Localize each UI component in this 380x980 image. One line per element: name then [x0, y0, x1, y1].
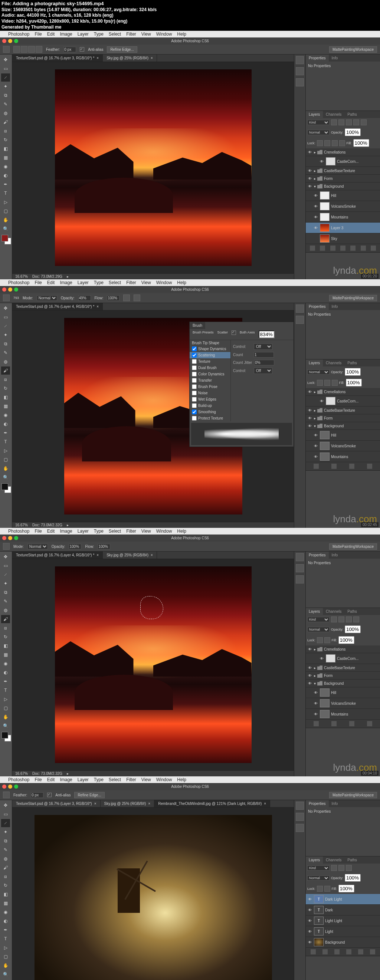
- fx-icon[interactable]: [314, 464, 319, 469]
- kind-select[interactable]: Kind: [307, 865, 329, 870]
- visibility-icon[interactable]: 👁: [307, 646, 313, 652]
- layer-background[interactable]: 👁Background: [306, 937, 380, 948]
- visibility-icon[interactable]: 👁: [313, 711, 318, 717]
- layer-group-form[interactable]: 👁▸Form: [306, 672, 380, 679]
- eyedropper-tool[interactable]: ✎: [1, 100, 10, 108]
- info-tab[interactable]: Info: [329, 54, 341, 62]
- eraser-tool[interactable]: ◧: [1, 145, 10, 153]
- menu-layer[interactable]: Layer: [78, 777, 89, 782]
- blend-mode-select[interactable]: Normal: [37, 295, 57, 301]
- mask-icon[interactable]: [330, 245, 335, 251]
- blur-tool[interactable]: ◉: [1, 908, 10, 916]
- panel-icon[interactable]: [296, 304, 304, 313]
- fill-input[interactable]: [338, 636, 354, 644]
- filter-pixel-icon[interactable]: [331, 119, 337, 126]
- lasso-tool[interactable]: ⟋: [1, 73, 10, 82]
- opacity-input[interactable]: [345, 874, 361, 882]
- lock-icon[interactable]: [317, 886, 323, 892]
- brush-tool[interactable]: 🖌: [1, 366, 10, 375]
- menu-window[interactable]: Window: [156, 777, 172, 782]
- new-layer-icon[interactable]: [361, 245, 366, 251]
- brush-tool[interactable]: 🖌: [1, 615, 10, 623]
- filter-icon[interactable]: [346, 865, 352, 871]
- marquee-tool[interactable]: ▭: [1, 810, 10, 818]
- zoom-window-button[interactable]: [14, 784, 18, 789]
- kind-select[interactable]: Kind: [307, 617, 329, 622]
- move-tool[interactable]: ✥: [1, 304, 10, 312]
- hand-tool[interactable]: ✋: [1, 216, 10, 224]
- wand-tool[interactable]: ✦: [1, 331, 10, 339]
- path-tool[interactable]: ▷: [1, 198, 10, 206]
- visibility-icon[interactable]: 👁: [313, 443, 318, 449]
- layer-group-background[interactable]: 👁▾Background: [306, 679, 380, 687]
- opacity-input[interactable]: [78, 295, 91, 301]
- tab-texturestart[interactable]: TextureStart.psd @ 16.7% (Layer 3, RGB/1…: [12, 54, 103, 62]
- trash-icon[interactable]: [367, 721, 372, 726]
- brush-tool[interactable]: 🖌: [1, 118, 10, 126]
- panel-icon[interactable]: [296, 824, 304, 832]
- gradient-tool[interactable]: ▦: [1, 651, 10, 659]
- brush-panel-icon[interactable]: [296, 78, 304, 86]
- status-menu-arrow[interactable]: ▸: [67, 772, 69, 776]
- menu-image[interactable]: Image: [60, 528, 72, 534]
- close-icon[interactable]: ×: [148, 802, 150, 806]
- gradient-tool[interactable]: ▦: [1, 899, 10, 907]
- info-tab[interactable]: Info: [329, 303, 341, 310]
- menu-file[interactable]: File: [35, 32, 42, 37]
- tab-sky[interactable]: Sky.jpg @ 25% (RGB/8#)×: [103, 552, 157, 558]
- filter-icon[interactable]: [338, 865, 344, 871]
- crop-tool[interactable]: ⧉: [1, 340, 10, 348]
- menu-help[interactable]: Help: [177, 777, 186, 782]
- close-icon[interactable]: ×: [151, 553, 153, 557]
- lock-icon[interactable]: [324, 886, 330, 892]
- type-tool[interactable]: T: [1, 935, 10, 943]
- link-icon[interactable]: [310, 245, 315, 251]
- layer-castlecorn[interactable]: 👁CastleCorn...: [306, 396, 380, 407]
- layer-volcanosmoke[interactable]: 👁VolcanoSmoke: [306, 698, 380, 709]
- visibility-icon[interactable]: 👁: [307, 897, 313, 902]
- actions-panel-icon[interactable]: [296, 67, 304, 75]
- menu-type[interactable]: Type: [94, 32, 104, 37]
- canvas[interactable]: [55, 566, 252, 763]
- close-window-button[interactable]: [2, 39, 6, 43]
- stamp-tool[interactable]: ⧇: [1, 127, 10, 135]
- expand-icon[interactable]: ▾: [314, 185, 316, 188]
- brush-tool[interactable]: 🖌: [1, 864, 10, 872]
- color-swatches[interactable]: [1, 732, 11, 743]
- zoom-window-button[interactable]: [14, 536, 18, 540]
- menu-view[interactable]: View: [141, 777, 151, 782]
- layers-tab[interactable]: Layers: [306, 856, 323, 864]
- hand-tool[interactable]: ✋: [1, 961, 10, 970]
- heal-tool[interactable]: ◍: [1, 109, 10, 117]
- menu-select[interactable]: Select: [109, 32, 121, 37]
- dodge-tool[interactable]: ◐: [1, 668, 10, 676]
- layer-group-background[interactable]: 👁▾Background: [306, 422, 380, 430]
- visibility-icon[interactable]: 👁: [307, 184, 313, 189]
- visibility-icon[interactable]: 👁: [319, 656, 324, 661]
- visibility-icon[interactable]: 👁: [307, 168, 313, 173]
- wand-tool[interactable]: ✦: [1, 82, 10, 91]
- panel-icon[interactable]: [296, 316, 304, 324]
- filter-shape-icon[interactable]: [353, 119, 359, 126]
- lock-icon[interactable]: [324, 380, 330, 386]
- close-icon[interactable]: ×: [96, 56, 99, 60]
- lasso-tool[interactable]: ⟋: [1, 819, 10, 827]
- brush-pose-option[interactable]: Brush Pose: [190, 383, 230, 390]
- visibility-icon[interactable]: 👁: [307, 665, 313, 670]
- history-brush-tool[interactable]: ↻: [1, 384, 10, 393]
- visibility-icon[interactable]: 👁: [313, 690, 318, 695]
- filter-icon[interactable]: [346, 616, 352, 622]
- menu-edit[interactable]: Edit: [47, 32, 55, 37]
- group-icon[interactable]: [346, 949, 351, 955]
- lock-icon[interactable]: [332, 380, 338, 386]
- tab-sky[interactable]: Sky.jpg @ 25% (RGB/8#)×: [103, 54, 157, 62]
- menu-image[interactable]: Image: [60, 777, 72, 782]
- menu-view[interactable]: View: [141, 280, 151, 285]
- menu-filter[interactable]: Filter: [126, 777, 136, 782]
- crop-tool[interactable]: ⧉: [1, 588, 10, 597]
- lock-all-icon[interactable]: [339, 140, 345, 146]
- info-tab[interactable]: Info: [329, 552, 341, 558]
- opacity-input[interactable]: [345, 128, 361, 136]
- fx-icon[interactable]: [311, 949, 316, 955]
- hand-tool[interactable]: ✋: [1, 713, 10, 721]
